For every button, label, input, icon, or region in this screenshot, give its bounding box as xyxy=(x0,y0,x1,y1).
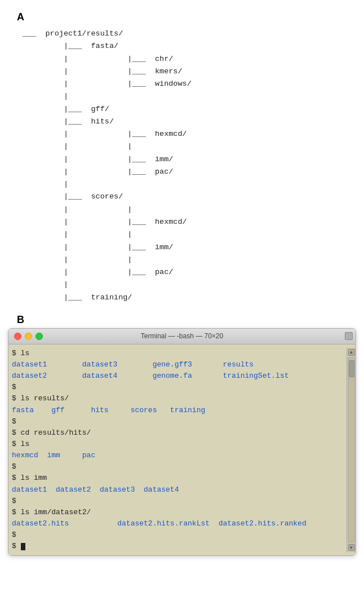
terminal-line-9: $ ls xyxy=(12,440,29,448)
terminal-line-3: dataset2 dataset4 genome.fa trainingSet.… xyxy=(12,372,288,380)
terminal-scrollbar[interactable]: ▲ ▼ xyxy=(347,348,356,553)
terminal-body: $ ls dataset1 dataset3 gene.gff3 results… xyxy=(8,344,356,556)
terminal-line-5: $ ls results/ xyxy=(12,394,69,403)
terminal-titlebar: Terminal — -bash — 70×20 xyxy=(8,329,356,344)
terminal-window: Terminal — -bash — 70×20 $ ls dataset1 d… xyxy=(8,328,356,556)
terminal-line-11: $ xyxy=(12,462,16,471)
terminal-cursor xyxy=(21,543,25,550)
scrollbar-up-arrow[interactable]: ▲ xyxy=(348,349,355,356)
traffic-lights xyxy=(14,333,43,340)
scrollbar-thumb[interactable] xyxy=(349,360,354,377)
section-b-label: B xyxy=(0,310,364,328)
terminal-line-16: dataset2.hits dataset2.hits.rankLst data… xyxy=(12,519,307,528)
terminal-line-15: $ ls imm/dataset2/ xyxy=(12,508,91,516)
terminal-line-2: dataset1 dataset3 gene.gff3 results xyxy=(12,360,254,369)
terminal-line-14: $ xyxy=(12,497,16,505)
terminal-line-10: hexmcd imm pac xyxy=(12,451,95,460)
close-button[interactable] xyxy=(14,333,21,340)
titlebar-scrollbar-btn[interactable] xyxy=(345,332,353,340)
terminal-line-4: $ xyxy=(12,383,16,391)
section-a: A ___ project1/results/ |___ fasta/ | |_… xyxy=(0,0,364,310)
scrollbar-track[interactable] xyxy=(348,357,355,543)
terminal-line-1: $ ls xyxy=(12,349,29,357)
section-a-label: A xyxy=(17,11,347,23)
terminal-line-7: $ xyxy=(12,417,16,426)
directory-tree: ___ project1/results/ |___ fasta/ | |___… xyxy=(17,28,347,304)
maximize-button[interactable] xyxy=(35,333,43,340)
terminal-output[interactable]: $ ls dataset1 dataset3 gene.gff3 results… xyxy=(12,348,347,553)
terminal-line-12: $ ls imm xyxy=(12,474,47,482)
terminal-prompt: $ xyxy=(12,542,25,550)
terminal-line-6: fasta gff hits scores training xyxy=(12,406,205,414)
terminal-line-17: $ xyxy=(12,531,16,539)
minimize-button[interactable] xyxy=(25,333,32,340)
terminal-line-13: dataset1 dataset2 dataset3 dataset4 xyxy=(12,485,179,494)
terminal-line-8: $ cd results/hits/ xyxy=(12,428,91,437)
terminal-title: Terminal — -bash — 70×20 xyxy=(141,332,223,340)
scrollbar-down-arrow[interactable]: ▼ xyxy=(348,544,355,551)
